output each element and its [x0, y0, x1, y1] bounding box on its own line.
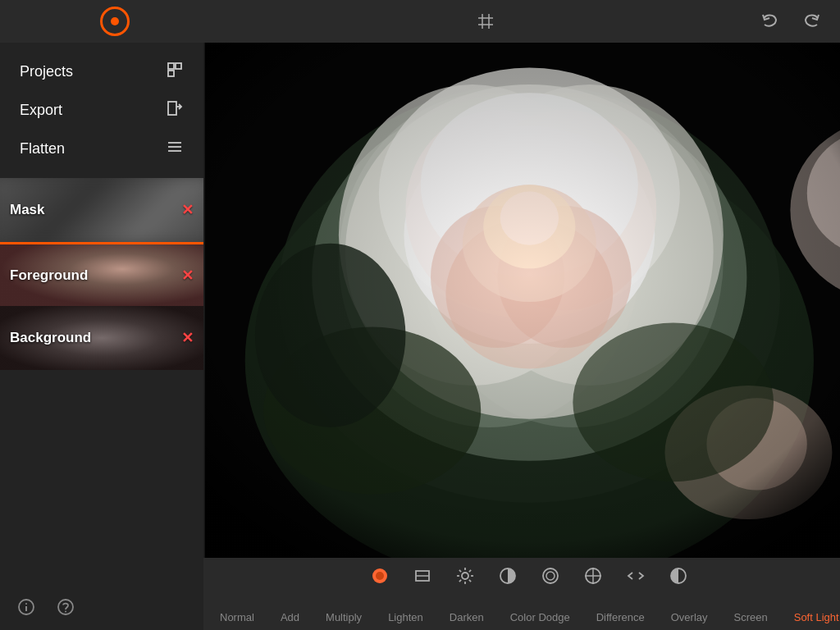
blend-icon-contrast-circle[interactable]: [539, 564, 562, 587]
sidebar-bottom: [0, 584, 203, 630]
sidebar-menu: Projects Export: [0, 43, 203, 178]
svg-rect-7: [168, 102, 176, 115]
background-close-button[interactable]: ✕: [181, 329, 194, 347]
mask-label: Mask: [0, 202, 181, 218]
svg-line-54: [459, 570, 461, 572]
blend-icon-contrast-lr[interactable]: [667, 564, 690, 587]
app-logo[interactable]: [100, 7, 130, 36]
layers-section: Mask ✕ Foreground ✕ Background ✕: [0, 178, 203, 584]
svg-point-46: [376, 572, 384, 580]
mask-close-button[interactable]: ✕: [181, 201, 194, 219]
blend-multiply[interactable]: Multiply: [313, 609, 375, 625]
logo-area: [13, 7, 217, 36]
top-toolbar: [0, 0, 840, 43]
sidebar-item-projects[interactable]: Projects: [0, 52, 203, 91]
svg-rect-5: [176, 63, 181, 69]
undo-button[interactable]: [755, 7, 784, 36]
projects-label: Projects: [20, 63, 73, 80]
layer-mask[interactable]: Mask ✕: [0, 178, 203, 242]
blend-screen[interactable]: Screen: [721, 609, 781, 625]
svg-point-49: [462, 573, 468, 579]
svg-point-13: [25, 603, 27, 605]
redo-button[interactable]: [797, 7, 827, 36]
layer-background[interactable]: Background ✕: [0, 306, 203, 370]
blend-icon-brightness[interactable]: [454, 564, 477, 587]
svg-rect-44: [205, 43, 840, 558]
blend-icon-layers[interactable]: [411, 564, 434, 587]
canvas-image[interactable]: [203, 43, 840, 558]
info-icon: [17, 598, 35, 616]
layer-foreground[interactable]: Foreground ✕: [0, 242, 203, 306]
blend-normal[interactable]: Normal: [207, 609, 267, 625]
bottom-toolbar: Normal Add Multiply Lighten Darken Color…: [203, 558, 840, 630]
svg-point-60: [546, 572, 555, 580]
blend-icon-arrows[interactable]: [624, 564, 647, 587]
help-icon: [57, 598, 75, 616]
blend-difference[interactable]: Difference: [583, 609, 658, 625]
svg-line-57: [469, 570, 471, 572]
flatten-icon: [166, 138, 184, 160]
svg-line-55: [469, 580, 471, 582]
flatten-label: Flatten: [20, 140, 65, 158]
logo-dot: [111, 17, 119, 25]
blend-darken[interactable]: Darken: [436, 609, 497, 625]
undo-icon: [758, 10, 781, 33]
foreground-close-button[interactable]: ✕: [181, 267, 194, 285]
export-label: Export: [20, 102, 62, 119]
svg-rect-6: [168, 71, 174, 76]
blend-soft-light[interactable]: Soft Light: [781, 609, 840, 625]
toolbar-right: [755, 7, 827, 36]
svg-point-59: [543, 568, 558, 583]
blend-mode-icons: [349, 564, 710, 587]
blend-mode-labels: Normal Add Multiply Lighten Darken Color…: [203, 609, 840, 625]
sidebar: Projects Export: [0, 43, 203, 630]
grid-icon: [475, 11, 496, 32]
grid-button[interactable]: [472, 7, 500, 35]
sidebar-item-flatten[interactable]: Flatten: [0, 130, 203, 168]
canvas-area: Normal Add Multiply Lighten Darken Color…: [203, 43, 840, 630]
sidebar-item-export[interactable]: Export: [0, 91, 203, 130]
redo-icon: [801, 10, 824, 33]
help-button[interactable]: [52, 594, 79, 620]
projects-icon: [166, 61, 184, 83]
svg-point-15: [65, 611, 66, 613]
blend-add[interactable]: Add: [267, 609, 313, 625]
canvas-rose-svg: [203, 43, 840, 558]
main-content: Projects Export: [0, 43, 840, 630]
blend-lighten[interactable]: Lighten: [375, 609, 436, 625]
blend-icon-contrast-half[interactable]: [496, 564, 519, 587]
toolbar-center: [217, 7, 755, 35]
foreground-label: Foreground: [0, 267, 181, 284]
svg-rect-4: [168, 63, 174, 69]
info-button[interactable]: [13, 594, 39, 620]
svg-line-56: [459, 580, 461, 582]
blend-icon-target[interactable]: [582, 564, 605, 587]
blend-overlay[interactable]: Overlay: [658, 609, 721, 625]
blend-icon-circle[interactable]: [368, 564, 391, 587]
background-label: Background: [0, 330, 181, 346]
export-icon: [166, 99, 184, 121]
blend-color-dodge[interactable]: Color Dodge: [497, 609, 583, 625]
